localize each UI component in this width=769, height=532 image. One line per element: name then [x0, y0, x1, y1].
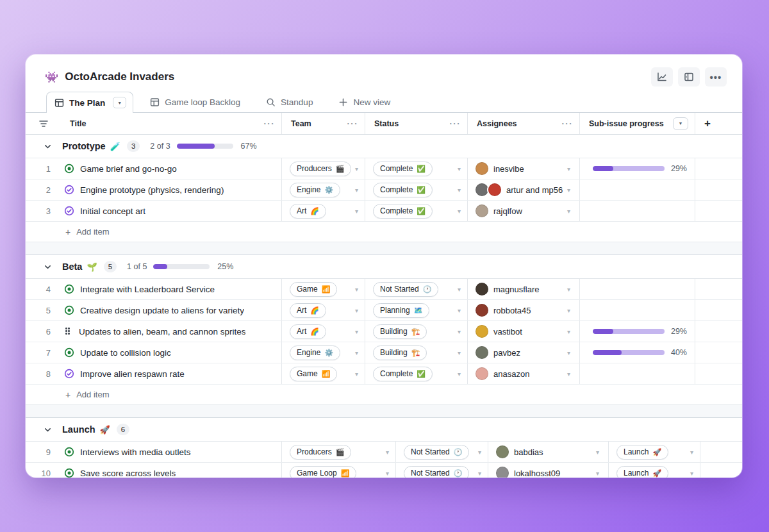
assignees-cell[interactable]: inesvibe ▾: [468, 158, 580, 179]
chevron-down-icon[interactable]: [44, 263, 52, 271]
insights-chart-button[interactable]: [651, 67, 673, 87]
column-menu-icon[interactable]: ···: [264, 119, 276, 128]
assignees-cell[interactable]: rajqlfow ▾: [468, 201, 580, 221]
table-row[interactable]: 3 Initial concept art Art🌈 ▾ Complete✅ ▾…: [26, 201, 742, 222]
chevron-down-icon[interactable]: [44, 426, 52, 434]
chevron-down-icon[interactable]: ▾: [596, 470, 599, 477]
add-item-button[interactable]: + Add item: [26, 222, 742, 242]
tab-standup[interactable]: Standup: [257, 92, 322, 112]
drag-grip-icon[interactable]: [65, 328, 73, 335]
tab-options-caret[interactable]: ▼: [113, 97, 126, 108]
status-cell[interactable]: Complete✅ ▾: [365, 158, 468, 179]
chevron-down-icon[interactable]: ▾: [355, 328, 358, 335]
column-header-title[interactable]: Title ···: [61, 113, 282, 134]
chevron-down-icon[interactable]: [44, 142, 52, 151]
issue-title[interactable]: Updates to alien, beam, and cannon sprit…: [79, 327, 245, 337]
team-cell[interactable]: Producers🎬 ▾: [282, 442, 396, 462]
status-cell[interactable]: Not Started🕐 ▾: [365, 279, 468, 299]
issue-title[interactable]: Game brief and go-no-go: [80, 164, 177, 174]
team-cell[interactable]: Art🌈 ▾: [282, 321, 365, 342]
chevron-down-icon[interactable]: ▾: [567, 370, 570, 378]
chevron-down-icon[interactable]: ▾: [458, 187, 461, 194]
chevron-down-icon[interactable]: ▾: [355, 370, 358, 378]
column-caret-button[interactable]: ▼: [673, 117, 688, 130]
status-cell[interactable]: Not Started🕐 ▾: [396, 442, 488, 462]
chevron-down-icon[interactable]: ▾: [567, 165, 570, 172]
chevron-down-icon[interactable]: ▾: [458, 370, 461, 378]
column-menu-icon[interactable]: ···: [562, 119, 574, 128]
chevron-down-icon[interactable]: ▾: [690, 449, 693, 456]
tab-the-plan[interactable]: The Plan ▼: [46, 92, 133, 113]
iteration-cell[interactable]: Launch🚀 ▾: [609, 442, 700, 462]
add-item-button[interactable]: + Add item: [26, 385, 742, 405]
issue-title[interactable]: Save score across levels: [80, 469, 176, 478]
chevron-down-icon[interactable]: ▾: [596, 449, 599, 456]
chevron-down-icon[interactable]: ▾: [458, 307, 461, 314]
assignees-cell[interactable]: magnusflare ▾: [468, 279, 580, 299]
table-row[interactable]: 1 Game brief and go-no-go Producers🎬 ▾ C…: [26, 158, 742, 179]
tab-game-loop-backlog[interactable]: Game loop Backlog: [141, 92, 249, 112]
assignees-cell[interactable]: pavbez ▾: [468, 342, 580, 363]
table-row[interactable]: 9 Interviews with media outlets Producer…: [26, 442, 742, 463]
column-header-status[interactable]: Status ···: [365, 113, 468, 134]
table-row[interactable]: 4 Integrate with Leaderboard Service Gam…: [26, 279, 742, 300]
tab-new-view[interactable]: New view: [329, 92, 399, 112]
more-options-button[interactable]: •••: [705, 67, 727, 87]
chevron-down-icon[interactable]: ▾: [355, 307, 358, 314]
table-row[interactable]: 2 Engine prototype (physics, rendering) …: [26, 179, 742, 201]
assignees-cell[interactable]: anasazon ▾: [468, 363, 580, 384]
chevron-down-icon[interactable]: ▾: [478, 470, 481, 477]
table-row[interactable]: 10 Save score across levels Game Loop📶 ▾…: [26, 463, 742, 478]
assignees-cell[interactable]: lokalhosst09 ▾: [488, 463, 609, 478]
team-cell[interactable]: Engine⚙️ ▾: [282, 342, 365, 363]
add-column-button[interactable]: +: [695, 113, 742, 134]
chevron-down-icon[interactable]: ▾: [355, 349, 358, 356]
chevron-down-icon[interactable]: ▾: [567, 286, 570, 293]
status-cell[interactable]: Building🏗️ ▾: [365, 321, 468, 342]
status-cell[interactable]: Not Started🕐 ▾: [396, 463, 488, 478]
assignees-cell[interactable]: babdias ▾: [488, 442, 609, 462]
chevron-down-icon[interactable]: ▾: [458, 165, 461, 172]
status-cell[interactable]: Planning🗺️ ▾: [365, 300, 468, 320]
issue-title[interactable]: Interviews with media outlets: [80, 447, 191, 457]
status-cell[interactable]: Complete✅ ▾: [365, 201, 468, 221]
chevron-down-icon[interactable]: ▾: [690, 470, 693, 477]
team-cell[interactable]: Art🌈 ▾: [282, 300, 365, 320]
team-cell[interactable]: Producers🎬 ▾: [282, 158, 365, 179]
iteration-cell[interactable]: Launch🚀 ▾: [609, 463, 700, 478]
chevron-down-icon[interactable]: ▾: [386, 470, 389, 477]
table-row[interactable]: 6 Updates to alien, beam, and cannon spr…: [26, 321, 742, 342]
table-row[interactable]: 8 Improve alien respawn rate Game📶 ▾ Com…: [26, 363, 742, 385]
chevron-down-icon[interactable]: ▾: [567, 187, 570, 194]
status-cell[interactable]: Building🏗️ ▾: [365, 342, 468, 363]
column-menu-icon[interactable]: ···: [450, 119, 461, 128]
side-panel-button[interactable]: [678, 67, 700, 87]
team-cell[interactable]: Engine⚙️ ▾: [282, 179, 365, 200]
chevron-down-icon[interactable]: ▾: [355, 208, 358, 215]
issue-title[interactable]: Update to collision logic: [80, 348, 171, 358]
team-cell[interactable]: Game Loop📶 ▾: [282, 463, 396, 478]
team-cell[interactable]: Game📶 ▾: [282, 363, 365, 384]
chevron-down-icon[interactable]: ▾: [567, 208, 570, 215]
column-header-team[interactable]: Team ···: [282, 113, 365, 134]
column-menu-icon[interactable]: ···: [347, 119, 359, 128]
chevron-down-icon[interactable]: ▾: [355, 187, 358, 194]
chevron-down-icon[interactable]: ▾: [355, 165, 358, 172]
filter-icon[interactable]: [38, 119, 49, 128]
chevron-down-icon[interactable]: ▾: [458, 208, 461, 215]
team-cell[interactable]: Game📶 ▾: [282, 279, 365, 299]
chevron-down-icon[interactable]: ▾: [567, 307, 570, 314]
issue-title[interactable]: Improve alien respawn rate: [80, 369, 185, 379]
column-header-progress[interactable]: Sub-issue progress ▼: [580, 113, 695, 134]
issue-title[interactable]: Integrate with Leaderboard Service: [80, 285, 215, 294]
chevron-down-icon[interactable]: ▾: [458, 286, 461, 293]
issue-title[interactable]: Creative design update to aliens for var…: [80, 306, 244, 315]
column-header-assignees[interactable]: Assignees ···: [468, 113, 580, 134]
issue-title[interactable]: Initial concept art: [80, 206, 145, 216]
issue-title[interactable]: Engine prototype (physics, rendering): [80, 185, 224, 195]
chevron-down-icon[interactable]: ▾: [458, 328, 461, 335]
chevron-down-icon[interactable]: ▾: [355, 286, 358, 293]
chevron-down-icon[interactable]: ▾: [386, 449, 389, 456]
team-cell[interactable]: Art🌈 ▾: [282, 201, 365, 221]
chevron-down-icon[interactable]: ▾: [458, 349, 461, 356]
